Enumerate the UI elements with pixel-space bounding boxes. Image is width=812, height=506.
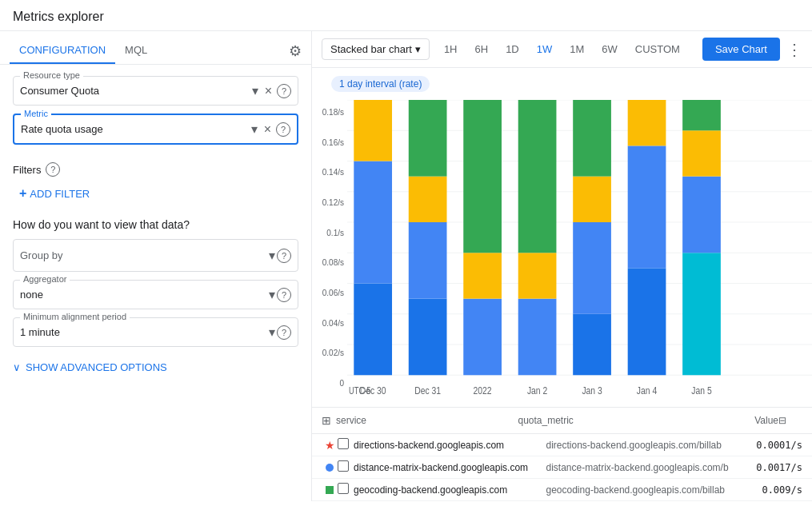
checkbox-icon — [338, 438, 349, 449]
svg-rect-58 — [682, 130, 721, 176]
legend-row-color: ★ — [322, 439, 338, 452]
aggregator-value: none — [20, 289, 267, 301]
time-range-buttons: 1H6H1D1W1M6WCUSTOM — [436, 39, 688, 59]
resource-type-dropdown-button[interactable]: ▾ — [250, 82, 260, 100]
y-axis-label: 0.02/s — [312, 349, 344, 357]
legend-rows-container: ★ directions-backend.googleapis.com dire… — [312, 434, 812, 501]
metric-value: Rate quota usage — [21, 123, 250, 135]
legend-color-square — [326, 486, 334, 494]
chart-container: 0.18/s0.16/s0.14/s0.12/s0.1/s0.08/s0.06/… — [312, 100, 812, 501]
quota-column-header: quota_metric — [518, 415, 715, 426]
svg-rect-59 — [682, 100, 721, 130]
time-button-6h[interactable]: 6H — [467, 39, 497, 59]
show-advanced-label: SHOW ADVANCED OPTIONS — [26, 361, 167, 373]
time-button-1d[interactable]: 1D — [498, 39, 527, 59]
legend-row-service: directions-backend.googleapis.com — [354, 440, 546, 451]
legend-color-circle — [326, 464, 334, 472]
legend-row-color — [322, 464, 338, 472]
group-by-dropdown-button[interactable]: ▾ — [267, 246, 277, 265]
legend-row-service: distance-matrix-backend.googleapis.com — [354, 462, 546, 473]
time-button-1h[interactable]: 1H — [436, 39, 466, 59]
min-alignment-field: Minimum alignment period 1 minute ▾ ? — [13, 317, 298, 347]
show-advanced-button[interactable]: ∨ SHOW ADVANCED OPTIONS — [0, 355, 311, 380]
svg-rect-49 — [628, 145, 666, 268]
legend-row-value: 0.0017/s — [738, 462, 802, 473]
chart-toolbar: Stacked bar chart ▾ 1H6H1D1W1M6WCUSTOM S… — [312, 31, 812, 68]
svg-text:Jan 4: Jan 4 — [637, 384, 658, 397]
y-axis-label: 0.04/s — [312, 319, 344, 328]
left-panel: CONFIGURATION MQL ⚙ Resource type Consum… — [0, 31, 312, 501]
group-by-help-button[interactable]: ? — [277, 249, 291, 263]
settings-gear-button[interactable]: ⚙ — [289, 42, 302, 60]
resource-type-clear-button[interactable]: × — [263, 82, 274, 100]
svg-rect-56 — [682, 253, 721, 375]
svg-rect-10 — [354, 284, 392, 376]
y-axis-label: 0.1/s — [312, 229, 344, 237]
legend-row-checkbox[interactable] — [338, 460, 354, 474]
add-filter-plus-icon: + — [19, 186, 26, 201]
svg-rect-40 — [573, 314, 611, 376]
tab-mql[interactable]: MQL — [115, 38, 157, 64]
y-axis-label: 0.18/s — [312, 108, 344, 117]
svg-rect-20 — [409, 177, 447, 222]
metric-help-button[interactable]: ? — [276, 122, 290, 137]
svg-rect-48 — [628, 268, 666, 375]
time-button-1m[interactable]: 1M — [562, 39, 592, 59]
legend-row[interactable]: distance-matrix-backend.googleapis.com d… — [312, 456, 812, 479]
app-header: Metrics explorer — [0, 0, 812, 31]
metric-clear-button[interactable]: × — [262, 121, 273, 138]
tab-configuration[interactable]: CONFIGURATION — [10, 38, 115, 64]
time-button-1w[interactable]: 1W — [529, 39, 561, 59]
time-button-6w[interactable]: 6W — [594, 39, 626, 59]
save-chart-button[interactable]: Save Chart — [702, 38, 780, 61]
aggregator-label: Aggregator — [20, 274, 70, 284]
min-alignment-help-button[interactable]: ? — [277, 325, 291, 340]
bars-column-header: ⊟ — [778, 415, 802, 426]
chevron-down-icon: ∨ — [13, 361, 21, 373]
group-by-value: Group by — [20, 249, 267, 261]
legend-row[interactable]: geocoding-backend.googleapis.com geocodi… — [312, 479, 812, 501]
chart-with-y-axis: 0.18/s0.16/s0.14/s0.12/s0.1/s0.08/s0.06/… — [312, 100, 812, 407]
interval-badge: 1 day interval (rate) — [331, 76, 430, 92]
metric-dropdown-button[interactable]: ▾ — [250, 120, 259, 138]
aggregator-dropdown-button[interactable]: ▾ — [267, 285, 277, 304]
svg-text:Dec 31: Dec 31 — [414, 384, 441, 397]
legend-row-quota: distance-matrix-backend.googleapis.com/b — [546, 462, 739, 473]
min-alignment-dropdown-button[interactable]: ▾ — [267, 323, 277, 341]
app-container: Metrics explorer CONFIGURATION MQL ⚙ Res… — [0, 0, 812, 501]
metric-field: Metric Rate quota usage ▾ × ? — [13, 114, 298, 145]
y-axis-label: 0 — [312, 379, 344, 388]
svg-rect-27 — [463, 253, 502, 298]
service-column-header: ⊞ service — [322, 414, 518, 427]
add-filter-button[interactable]: + ADD FILTER — [13, 183, 96, 204]
resource-type-help-button[interactable]: ? — [277, 84, 291, 98]
legend-table: ⊞ service quota_metric Value ⊟ ★ directi… — [312, 407, 812, 501]
y-axis-labels: 0.18/s0.16/s0.14/s0.12/s0.1/s0.08/s0.06/… — [312, 100, 347, 407]
legend-row-checkbox[interactable] — [338, 483, 354, 496]
aggregator-help-button[interactable]: ? — [277, 288, 291, 302]
legend-row-service: geocoding-backend.googleapis.com — [354, 484, 546, 496]
y-axis-label: 0.14/s — [312, 168, 344, 177]
svg-text:Jan 5: Jan 5 — [691, 384, 712, 397]
chart-type-select[interactable]: Stacked bar chart ▾ — [322, 38, 430, 60]
legend-row[interactable]: ★ directions-backend.googleapis.com dire… — [312, 434, 812, 456]
resource-type-label: Resource type — [20, 70, 83, 80]
svg-rect-50 — [628, 100, 666, 145]
legend-row-quota: directions-backend.googleapis.com/billab — [546, 440, 739, 451]
legend-row-checkbox[interactable] — [338, 438, 354, 452]
y-axis-label: 0.16/s — [312, 138, 344, 147]
svg-rect-35 — [518, 100, 557, 253]
min-alignment-value: 1 minute — [20, 326, 267, 338]
filters-help-button[interactable]: ? — [46, 162, 60, 177]
more-options-button[interactable]: ⋮ — [786, 40, 802, 59]
filters-row: Filters ? — [0, 159, 311, 183]
add-filter-label: ADD FILTER — [30, 188, 90, 200]
chart-plot-area: Dec 30▽Dec 31▽2022▽Jan 2▽Jan 3▽Jan 4▽Jan… — [347, 100, 812, 407]
svg-rect-18 — [409, 299, 447, 376]
resource-type-value: Consumer Quota — [20, 85, 250, 97]
checkbox-icon — [338, 483, 349, 494]
time-button-custom[interactable]: CUSTOM — [627, 39, 688, 59]
svg-rect-42 — [573, 177, 611, 222]
svg-rect-26 — [463, 299, 502, 376]
svg-rect-33 — [518, 299, 557, 376]
